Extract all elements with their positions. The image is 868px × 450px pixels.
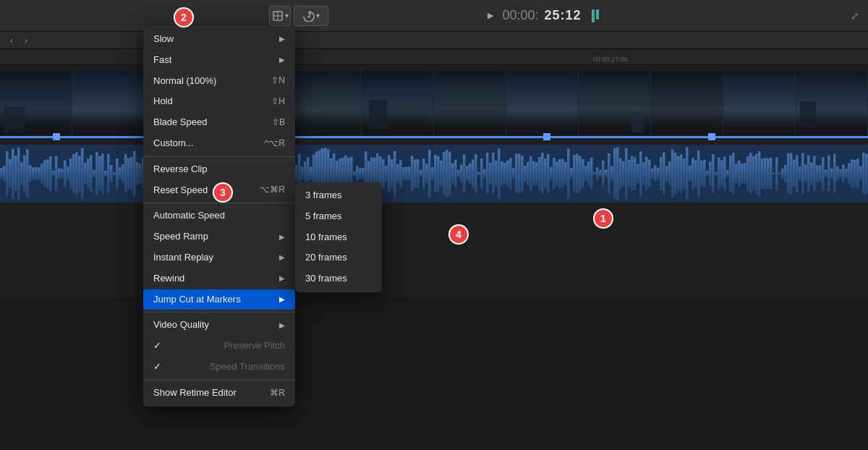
svg-rect-53 bbox=[136, 162, 139, 185]
menu-item-video-quality[interactable]: Video Quality ▶ bbox=[143, 315, 295, 336]
svg-rect-159 bbox=[443, 152, 446, 195]
svg-rect-130 bbox=[359, 168, 362, 179]
svg-rect-240 bbox=[677, 156, 680, 192]
menu-label-custom: Custom... bbox=[153, 136, 194, 151]
svg-rect-16 bbox=[29, 165, 32, 182]
svg-rect-7 bbox=[3, 166, 6, 182]
menu-item-blade-speed[interactable]: Blade Speed ⇧B bbox=[143, 112, 295, 133]
svg-rect-19 bbox=[38, 167, 41, 179]
speed-retime-button[interactable]: ▾ bbox=[294, 6, 328, 26]
menu-item-30-frames[interactable]: 30 frames bbox=[295, 268, 382, 289]
menu-item-show-retime[interactable]: Show Retime Editor ⌘R bbox=[143, 383, 295, 404]
menu-item-hold[interactable]: Hold ⇧H bbox=[143, 91, 295, 112]
svg-rect-162 bbox=[451, 164, 454, 184]
menu-item-rewind[interactable]: Rewind ▶ bbox=[143, 268, 295, 289]
svg-rect-165 bbox=[460, 165, 463, 183]
svg-rect-305 bbox=[865, 154, 868, 194]
svg-rect-299 bbox=[848, 163, 851, 184]
svg-rect-128 bbox=[353, 171, 356, 176]
speed-marker-3[interactable] bbox=[543, 133, 550, 140]
menu-item-jump-cut[interactable]: Jump Cut at Markers ▶ bbox=[143, 289, 295, 310]
svg-rect-188 bbox=[527, 162, 529, 185]
menu-item-preserve-pitch[interactable]: ✓ Preserve Pitch bbox=[143, 336, 295, 357]
menu-item-normal[interactable]: Normal (100%) ⇧N bbox=[143, 71, 295, 92]
svg-rect-254 bbox=[718, 158, 720, 190]
svg-rect-303 bbox=[859, 166, 862, 181]
svg-rect-230 bbox=[648, 160, 651, 188]
transform-button[interactable]: ▾ bbox=[269, 6, 291, 26]
video-quality-arrow: ▶ bbox=[279, 320, 285, 331]
svg-rect-158 bbox=[440, 161, 443, 187]
svg-rect-283 bbox=[801, 153, 804, 195]
svg-rect-24 bbox=[52, 171, 55, 177]
svg-rect-166 bbox=[463, 154, 466, 192]
playback-controls: ▶ 00:00:25:12 bbox=[488, 8, 598, 23]
menu-item-speed-transitions[interactable]: ✓ Speed Transitions bbox=[143, 357, 295, 378]
ruler-mark-2: 00:00:27:00 bbox=[593, 56, 628, 64]
menu-item-3-frames[interactable]: 3 frames bbox=[295, 185, 382, 206]
svg-rect-280 bbox=[793, 160, 796, 188]
menu-item-reverse-clip[interactable]: Reverse Clip bbox=[143, 159, 295, 180]
menu-item-5-frames[interactable]: 5 frames bbox=[295, 206, 382, 227]
normal-shortcut: ⇧N bbox=[271, 74, 285, 88]
svg-rect-246 bbox=[694, 160, 697, 187]
svg-rect-30 bbox=[69, 158, 72, 189]
svg-rect-141 bbox=[391, 159, 393, 188]
svg-rect-108 bbox=[295, 165, 298, 182]
svg-rect-23 bbox=[49, 156, 52, 190]
svg-rect-35 bbox=[84, 163, 87, 184]
svg-rect-277 bbox=[784, 165, 787, 182]
svg-rect-220 bbox=[619, 158, 622, 190]
speed-marker-4[interactable] bbox=[708, 133, 715, 140]
svg-rect-196 bbox=[550, 167, 553, 180]
menu-item-custom[interactable]: Custom... ^⌥R bbox=[143, 133, 295, 154]
svg-rect-175 bbox=[489, 163, 492, 184]
svg-rect-9 bbox=[9, 159, 12, 188]
svg-rect-184 bbox=[515, 153, 518, 193]
play-button[interactable]: ▶ bbox=[488, 11, 493, 20]
svg-rect-245 bbox=[692, 158, 694, 189]
svg-rect-33 bbox=[78, 156, 81, 191]
speed-ramp-line bbox=[0, 136, 868, 138]
svg-rect-8 bbox=[6, 151, 9, 196]
menu-item-slow[interactable]: Slow ▶ bbox=[143, 29, 295, 50]
svg-rect-236 bbox=[665, 166, 668, 181]
video-track[interactable] bbox=[0, 71, 868, 136]
svg-rect-40 bbox=[98, 156, 101, 191]
svg-rect-202 bbox=[567, 148, 570, 198]
svg-rect-261 bbox=[738, 161, 741, 187]
svg-rect-237 bbox=[668, 161, 671, 185]
menu-label-speed-transitions: Speed Transitions bbox=[210, 360, 285, 375]
speed-marker-1[interactable] bbox=[53, 133, 60, 140]
badge-3: 3 bbox=[213, 182, 233, 203]
sep-2 bbox=[143, 203, 295, 203]
svg-rect-247 bbox=[697, 150, 700, 197]
svg-rect-149 bbox=[414, 159, 417, 187]
nav-left-arrow[interactable]: ‹ bbox=[6, 35, 17, 46]
svg-rect-183 bbox=[512, 168, 515, 179]
svg-rect-275 bbox=[778, 173, 781, 175]
menu-item-instant-replay[interactable]: Instant Replay ▶ bbox=[143, 247, 295, 268]
svg-rect-292 bbox=[827, 156, 830, 192]
svg-rect-152 bbox=[422, 158, 425, 189]
svg-rect-219 bbox=[616, 147, 619, 200]
badge-4: 4 bbox=[448, 224, 469, 245]
svg-rect-31 bbox=[72, 154, 75, 193]
svg-rect-266 bbox=[752, 156, 755, 191]
fullscreen-button[interactable]: ⤢ bbox=[851, 10, 859, 22]
svg-rect-170 bbox=[475, 154, 477, 193]
audio-track[interactable]: // will be rendered via JS below bbox=[0, 145, 868, 203]
svg-rect-296 bbox=[839, 169, 842, 177]
svg-rect-228 bbox=[642, 162, 645, 185]
svg-rect-129 bbox=[356, 166, 359, 182]
menu-item-20-frames[interactable]: 20 frames bbox=[295, 247, 382, 268]
svg-rect-262 bbox=[741, 164, 744, 184]
nav-right-arrow[interactable]: › bbox=[20, 35, 32, 46]
menu-item-automatic-speed[interactable]: Automatic Speed bbox=[143, 205, 295, 226]
svg-rect-214 bbox=[602, 161, 605, 187]
menu-item-10-frames[interactable]: 10 frames bbox=[295, 227, 382, 248]
menu-item-fast[interactable]: Fast ▶ bbox=[143, 50, 295, 71]
svg-rect-50 bbox=[127, 158, 130, 189]
menu-item-speed-ramp[interactable]: Speed Ramp ▶ bbox=[143, 226, 295, 247]
label-3-frames: 3 frames bbox=[305, 188, 342, 203]
